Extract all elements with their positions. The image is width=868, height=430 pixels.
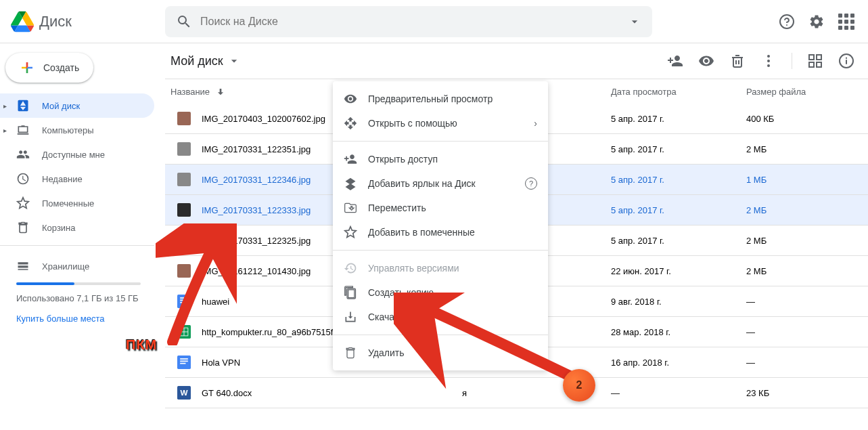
file-thumb bbox=[177, 264, 191, 278]
star-icon bbox=[16, 196, 30, 210]
sidebar-item-shared[interactable]: Доступные мне bbox=[0, 142, 154, 167]
file-name: IMG_20170331_122351.jpg bbox=[202, 144, 311, 154]
svg-text:W: W bbox=[180, 388, 187, 397]
svg-point-3 bbox=[767, 60, 770, 62]
file-name: IMG_20170331_122346.jpg bbox=[202, 175, 311, 185]
open-with-icon bbox=[344, 116, 357, 130]
sidebar-item-trash[interactable]: Корзина bbox=[0, 215, 154, 240]
file-date: 5 апр. 2017 г. bbox=[611, 114, 746, 124]
header-bar: Диск bbox=[0, 0, 868, 43]
sidebar-item-storage[interactable]: Хранилище bbox=[16, 255, 154, 277]
file-date: 5 апр. 2017 г. bbox=[611, 205, 746, 215]
trash-icon[interactable] bbox=[729, 53, 746, 69]
menu-star[interactable]: Добавить в помеченные bbox=[333, 220, 548, 244]
shortcut-icon bbox=[344, 177, 357, 190]
buy-storage-link[interactable]: Купить больше места bbox=[16, 314, 154, 324]
file-name: IMG_20170331_122333.jpg bbox=[202, 205, 311, 215]
file-size: — bbox=[746, 297, 854, 307]
menu-preview[interactable]: Предварительный просмотр bbox=[333, 87, 548, 111]
expand-icon[interactable]: ▸ bbox=[3, 127, 7, 134]
sidebar-item-computers[interactable]: ▸ Компьютеры bbox=[0, 118, 154, 142]
file-size: 23 КБ bbox=[746, 388, 854, 398]
info-icon[interactable] bbox=[838, 53, 854, 69]
move-icon bbox=[344, 201, 357, 215]
search-input[interactable] bbox=[200, 16, 628, 28]
svg-rect-13 bbox=[180, 302, 185, 303]
context-menu: Предварительный просмотр Открыть с помощ… bbox=[333, 81, 548, 370]
nav-label: Компьютеры bbox=[42, 125, 94, 135]
help-icon[interactable]: ? bbox=[525, 177, 537, 190]
file-date: 5 апр. 2017 г. bbox=[611, 175, 746, 185]
col-size-header[interactable]: Размер файла bbox=[746, 87, 854, 97]
storage-fill bbox=[16, 282, 74, 285]
file-size: 2 МБ bbox=[746, 144, 854, 154]
file-size: 2 МБ bbox=[746, 205, 854, 215]
svg-rect-17 bbox=[180, 361, 188, 362]
file-size: 400 КБ bbox=[746, 114, 854, 124]
sidebar-item-my-drive[interactable]: ▸ Мой диск bbox=[0, 93, 154, 118]
menu-separator bbox=[333, 141, 548, 142]
chevron-down-icon bbox=[227, 54, 241, 68]
svg-point-4 bbox=[767, 64, 770, 67]
svg-rect-11 bbox=[180, 297, 188, 299]
download-icon bbox=[344, 310, 357, 324]
search-options-icon[interactable] bbox=[628, 15, 641, 28]
file-size: — bbox=[746, 327, 854, 337]
menu-shortcut[interactable]: Добавить ярлык на Диск ? bbox=[333, 171, 548, 196]
menu-download[interactable]: Скачать bbox=[333, 305, 548, 329]
menu-share[interactable]: Открыть доступ bbox=[333, 147, 548, 171]
file-name: GT 640.docx bbox=[202, 388, 252, 398]
plus-icon bbox=[19, 60, 35, 76]
svg-rect-16 bbox=[180, 358, 188, 360]
file-date: 5 апр. 2017 г. bbox=[611, 144, 746, 154]
svg-point-2 bbox=[767, 55, 770, 58]
file-name: IMG_20170403_102007602.jpg bbox=[202, 114, 325, 124]
svg-rect-7 bbox=[809, 62, 814, 67]
file-size: 2 МБ bbox=[746, 266, 854, 276]
col-date-header[interactable]: Дата просмотра bbox=[611, 87, 746, 97]
file-name: IMG_20170331_122325.jpg bbox=[202, 236, 311, 246]
star-icon bbox=[344, 225, 357, 239]
sidebar-item-recent[interactable]: Недавние bbox=[0, 167, 154, 191]
versions-icon bbox=[344, 261, 357, 275]
header-actions bbox=[779, 14, 857, 30]
help-icon[interactable] bbox=[779, 14, 795, 30]
share-icon[interactable] bbox=[667, 53, 683, 69]
menu-delete[interactable]: Удалить bbox=[333, 341, 548, 365]
annotation-pkm-label: ПКМ bbox=[126, 337, 157, 353]
svg-rect-6 bbox=[817, 55, 821, 60]
apps-icon[interactable] bbox=[838, 14, 854, 30]
toolbar: Мой диск bbox=[165, 43, 868, 79]
breadcrumb[interactable]: Мой диск bbox=[170, 54, 241, 68]
view-grid-icon[interactable] bbox=[807, 53, 823, 69]
annotation-badge: 2 bbox=[563, 369, 595, 402]
menu-separator bbox=[333, 335, 548, 335]
svg-rect-12 bbox=[180, 300, 188, 301]
product-name: Диск bbox=[39, 13, 72, 30]
logo-area[interactable]: Диск bbox=[11, 10, 165, 33]
expand-icon[interactable]: ▸ bbox=[3, 102, 7, 110]
trash-icon bbox=[344, 346, 357, 360]
separator bbox=[792, 53, 792, 69]
file-date: 22 июн. 2017 г. bbox=[611, 266, 746, 276]
menu-move[interactable]: Переместить bbox=[333, 196, 548, 220]
more-icon[interactable] bbox=[760, 53, 777, 69]
settings-icon[interactable] bbox=[808, 14, 825, 30]
nav-label: Доступные мне bbox=[42, 150, 105, 160]
search-bar[interactable] bbox=[165, 6, 652, 37]
sidebar-item-starred[interactable]: Помеченные bbox=[0, 191, 154, 215]
preview-icon[interactable] bbox=[698, 53, 714, 69]
file-thumb bbox=[177, 203, 191, 217]
my-drive-icon bbox=[16, 99, 30, 112]
file-size: 2 МБ bbox=[746, 236, 854, 246]
menu-copy[interactable]: Создать копию bbox=[333, 280, 548, 305]
file-size: — bbox=[746, 358, 854, 368]
person-add-icon bbox=[344, 152, 357, 166]
trash-icon bbox=[16, 221, 30, 234]
svg-rect-10 bbox=[177, 295, 191, 308]
create-button[interactable]: Создать bbox=[5, 53, 93, 83]
copy-icon bbox=[344, 286, 357, 299]
menu-open-with[interactable]: Открыть с помощью › bbox=[333, 111, 548, 135]
chevron-right-icon: › bbox=[534, 118, 537, 129]
file-row[interactable]: WGT 640.docxя—23 КБ bbox=[165, 378, 868, 408]
